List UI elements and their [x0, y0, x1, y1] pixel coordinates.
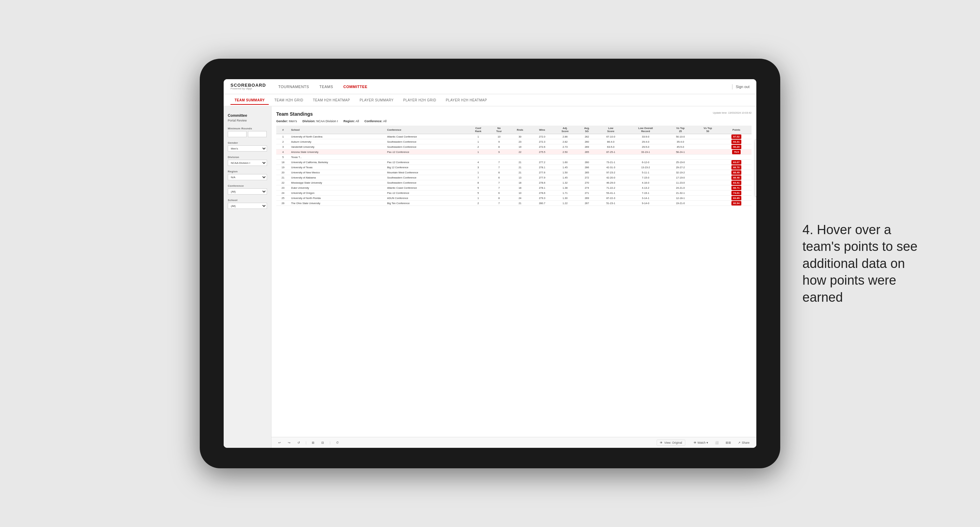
top-nav: SCOREBOARD Powered by clippi TOURNAMENTS…: [224, 79, 756, 94]
cell-school: Vanderbilt University: [290, 144, 386, 149]
table-row: 3 Vanderbilt University Southeastern Con…: [276, 144, 752, 149]
cell-rank: 5: [276, 155, 290, 160]
share-button[interactable]: ↗ Share: [736, 440, 752, 445]
cell-points[interactable]: 90.20: [721, 144, 752, 149]
table-row-highlighted: 4 Arizona State University Pac-12 Confer…: [276, 149, 752, 155]
cell-low-score: 71-22-2: [597, 185, 625, 190]
cell-wins: 280.7: [531, 201, 553, 206]
cell-conf-rank: 7: [468, 175, 489, 180]
cell-vs-top25: 21-32-1: [667, 190, 695, 195]
cell-points[interactable]: 88.70: [721, 165, 752, 170]
cell-conference: Pac-12 Conference: [386, 190, 468, 195]
cell-conf-rank: 1: [468, 195, 489, 201]
col-conference: Conference: [386, 125, 468, 134]
cell-points[interactable]: 83.07: [721, 160, 752, 165]
cell-vs-top50: [695, 170, 721, 175]
share-icon: ↗: [738, 441, 741, 444]
cell-conference: Atlantic Coast Conference: [386, 185, 468, 190]
cell-points[interactable]: 83.89: [721, 195, 752, 201]
cell-low-score: 73-21-1: [597, 160, 625, 165]
filter-region-select[interactable]: N/A All: [228, 174, 267, 180]
nav-committee[interactable]: COMMITTEE: [344, 85, 368, 89]
cell-overall-record: 13-23-2: [625, 165, 667, 170]
watch-button[interactable]: 👁 Watch ▾: [692, 440, 711, 445]
cell-overall-record: 7-15-0: [625, 175, 667, 180]
col-vs-top25: Vs Top25: [667, 125, 695, 134]
toolbar-copy[interactable]: ⊞: [310, 440, 317, 445]
filter-school-select[interactable]: (All): [228, 203, 267, 209]
cell-points[interactable]: 93.31: [721, 139, 752, 144]
cell-points[interactable]: 74.01: [721, 190, 752, 195]
toolbar-paste[interactable]: ⊟: [319, 440, 326, 445]
cell-wins: 278.6: [531, 180, 553, 185]
tab-player-summary[interactable]: PLAYER SUMMARY: [355, 96, 398, 105]
cell-conference: Pac-12 Conference: [386, 160, 468, 165]
filter-gender-select[interactable]: Men's Women's: [228, 145, 267, 152]
cell-avg-sg: 260: [577, 160, 597, 165]
filter-division-select[interactable]: NCAA Division I NCAA Division II: [228, 160, 267, 166]
cell-avg-sg: 272: [577, 175, 597, 180]
cell-conference: Big Ten Conference: [386, 201, 468, 206]
cell-points[interactable]: 83.41: [721, 180, 752, 185]
cell-points-highlighted[interactable]: 79.5 Team Event: [721, 149, 752, 155]
cell-overall-record: 9-14-0: [625, 201, 667, 206]
cell-points[interactable]: 88.48: [721, 175, 752, 180]
table-row: 23 Duke University Atlantic Coast Confer…: [276, 185, 752, 190]
cell-overall-record: 33-9-0: [625, 134, 667, 139]
filter-conference-select[interactable]: (All): [228, 189, 267, 195]
update-time: Update time: 13/03/2024 10:03:42: [713, 111, 752, 114]
cell-rnds: 24: [509, 195, 531, 201]
tab-team-summary[interactable]: TEAM SUMMARY: [231, 96, 269, 105]
cell-vs-top25: 32-19-2: [667, 170, 695, 175]
cell-wins: 272.3: [531, 139, 553, 144]
cell-no-tour: [489, 155, 509, 160]
cell-vs-top50: [695, 180, 721, 185]
toolbar-redo[interactable]: ↪: [286, 440, 293, 445]
filter-rounds-min[interactable]: [228, 131, 247, 137]
cell-vs-top25: 58-24-1: [667, 149, 695, 155]
cell-no-tour: 6: [489, 175, 509, 180]
cell-overall-record: 29-5-0: [625, 144, 667, 149]
cell-low-score: 97-23-2: [597, 170, 625, 175]
table-row: 2 Auburn University Southeastern Confere…: [276, 139, 752, 144]
display-gender: Gender: Men's: [276, 119, 297, 123]
cell-conference: Atlantic Coast Conference: [386, 134, 468, 139]
toolbar-icon2[interactable]: ⊞⊞: [724, 440, 733, 445]
cell-avg-sg: 269: [577, 144, 597, 149]
toolbar-clock[interactable]: ⏱: [334, 440, 341, 445]
toolbar-refresh[interactable]: ↺: [295, 440, 302, 445]
cell-avg-sg: 271: [577, 190, 597, 195]
cell-rnds: 19: [509, 144, 531, 149]
tab-player-h2h-heatmap[interactable]: PLAYER H2H HEATMAP: [442, 96, 491, 105]
table-row: 5 Texas T...: [276, 155, 752, 160]
cell-adj-score: 2.86: [553, 134, 577, 139]
cell-points[interactable]: 88.71: [721, 185, 752, 190]
toolbar-undo[interactable]: ↩: [276, 440, 283, 445]
cell-rank: 25: [276, 195, 290, 201]
tab-player-h2h-grid[interactable]: PLAYER H2H GRID: [399, 96, 441, 105]
cell-points[interactable]: 97.02: [721, 134, 752, 139]
nav-teams[interactable]: TEAMS: [319, 85, 333, 89]
nav-tournaments[interactable]: TOURNAMENTS: [278, 85, 309, 89]
cell-avg-sg: [577, 155, 597, 160]
cell-overall-record: [625, 155, 667, 160]
filter-minimum-rounds: Minimum Rounds: [228, 127, 267, 137]
view-original-button[interactable]: 👁 View: Original: [657, 440, 685, 446]
col-low-score: LowScore: [597, 125, 625, 134]
cell-points[interactable]: [721, 155, 752, 160]
sign-out-button[interactable]: Sign out: [736, 85, 749, 89]
cell-conference: Pac-12 Conference: [386, 149, 468, 155]
cell-conference: Mountain West Conference: [386, 170, 468, 175]
filter-region: Region N/A All: [228, 170, 267, 180]
points-tooltip: Team Event Event Division Event Type Rou…: [755, 139, 756, 197]
cell-conf-rank: 4: [468, 160, 489, 165]
toolbar-icon1[interactable]: ⬜: [713, 440, 721, 445]
filter-division-label: Division: [228, 156, 267, 159]
cell-rank: 2: [276, 139, 290, 144]
tab-team-h2h-heatmap[interactable]: TEAM H2H HEATMAP: [309, 96, 354, 105]
cell-points[interactable]: 88.49: [721, 170, 752, 175]
cell-points[interactable]: 80.94: [721, 201, 752, 206]
tab-team-h2h-grid[interactable]: TEAM H2H GRID: [270, 96, 307, 105]
cell-conference: Southeastern Conference: [386, 175, 468, 180]
filter-rounds-max[interactable]: [248, 131, 267, 137]
